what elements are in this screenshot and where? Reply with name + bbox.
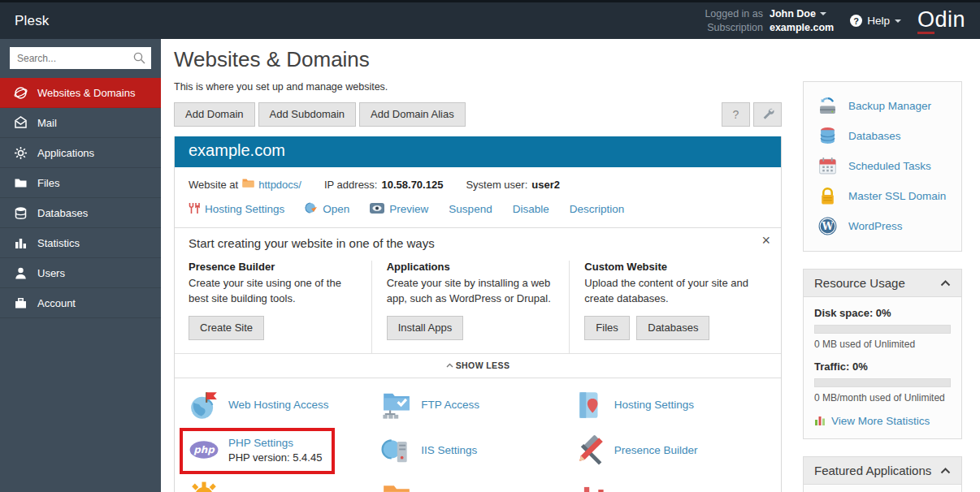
web-hosting-access-icon: [189, 390, 219, 421]
tool-applications[interactable]: Applications: [189, 481, 381, 492]
page-title: Websites & Domains: [174, 47, 782, 72]
tool-php-settings[interactable]: php PHP Settings PHP version: 5.4.45: [180, 428, 335, 474]
sidebar-item-label: Applications: [37, 147, 94, 159]
tools-icon: [189, 202, 200, 217]
suspend-link[interactable]: Suspend: [449, 203, 492, 215]
settings-button[interactable]: [753, 102, 782, 127]
sidebar-item-users[interactable]: Users: [0, 258, 161, 288]
promo-col-text: Create your site by installing a web app…: [387, 276, 557, 307]
close-icon[interactable]: ×: [761, 232, 770, 249]
iis-settings-icon: [381, 435, 412, 466]
sidebar-item-websites-domains[interactable]: Websites & Domains: [0, 78, 161, 108]
description-link[interactable]: Description: [570, 203, 625, 215]
search-icon[interactable]: [132, 51, 146, 68]
sidebar-item-files[interactable]: Files: [0, 168, 161, 198]
promo-col-text: Upload the content of your site and crea…: [584, 276, 754, 307]
subscription-value[interactable]: example.com: [770, 21, 834, 34]
domain-card: example.com Website at httpdocs/ IP addr…: [174, 136, 782, 492]
sidebar-item-applications[interactable]: Applications: [0, 138, 161, 168]
odin-logo[interactable]: Odin: [917, 7, 965, 33]
sidebar: Websites & Domains Mail Applications Fil…: [0, 39, 161, 492]
system-user-value: user2: [531, 179, 560, 191]
add-domain-button[interactable]: Add Domain: [174, 102, 255, 127]
sidebar-item-databases[interactable]: Databases: [0, 198, 161, 228]
featured-applications-header[interactable]: Featured Applications: [804, 457, 961, 485]
sidebar-item-label: Users: [37, 267, 65, 279]
system-user-label: System user:: [466, 179, 527, 191]
tool-web-hosting-access[interactable]: Web Hosting Access: [189, 390, 381, 421]
php-version-text: PHP version: 5.4.45: [228, 451, 322, 464]
user-menu[interactable]: John Doe: [770, 7, 834, 20]
databases-link[interactable]: Databases: [804, 121, 961, 151]
help-button[interactable]: ?: [722, 102, 750, 127]
wrench-icon: [761, 107, 774, 123]
shortcuts-panel: Backup Manager Databases Scheduled Tasks…: [803, 81, 962, 252]
sidebar-item-mail[interactable]: Mail: [0, 108, 161, 138]
hosting-settings-icon: [575, 390, 605, 421]
master-ssl-domain-link[interactable]: Master SSL Domain: [804, 181, 961, 211]
chevron-up-icon: [940, 280, 951, 287]
view-more-statistics-link[interactable]: View More Statistics: [814, 414, 951, 428]
resource-usage-header[interactable]: Resource Usage: [804, 270, 961, 297]
subscription-label: Subscription: [705, 21, 763, 34]
user-name: John Doe: [770, 7, 816, 20]
backup-manager-link[interactable]: Backup Manager: [804, 91, 961, 121]
help-menu[interactable]: ? Help: [850, 15, 901, 27]
lock-icon: [817, 186, 838, 206]
applications-gear-icon: [189, 481, 219, 492]
domain-tools-grid: Web Hosting Access FTP Access Hosting Se…: [175, 378, 781, 492]
files-button[interactable]: Files: [584, 316, 629, 340]
ftp-access-icon: [381, 390, 412, 421]
promo-col-title: Applications: [387, 261, 557, 273]
tool-web-statistics[interactable]: Web Statistics: [575, 481, 767, 492]
wordpress-link[interactable]: W WordPress: [804, 211, 961, 241]
search-input[interactable]: [10, 47, 151, 69]
domain-name-header: example.com: [175, 136, 781, 167]
disable-link[interactable]: Disable: [513, 203, 549, 215]
website-at-label: Website at: [189, 179, 238, 191]
file-manager-icon: [381, 481, 412, 492]
user-icon: [14, 266, 28, 280]
mini-bar-chart-icon: [814, 414, 826, 428]
logged-in-as-label: Logged in as: [705, 7, 763, 20]
install-apps-button[interactable]: Install Apps: [387, 316, 464, 340]
disk-space-progressbar: [814, 325, 951, 334]
tool-ftp-access[interactable]: FTP Access: [381, 390, 574, 421]
main-area: Websites & Domains This is where you set…: [161, 39, 980, 492]
presence-builder-icon: [575, 435, 605, 466]
chevron-up-icon: [940, 468, 951, 474]
create-site-button[interactable]: Create Site: [189, 316, 264, 340]
backup-manager-icon: [817, 96, 838, 116]
add-domain-alias-button[interactable]: Add Domain Alias: [359, 102, 466, 127]
sidebar-item-label: Statistics: [37, 237, 80, 249]
tool-iis-settings[interactable]: IIS Settings: [381, 435, 574, 466]
resource-usage-panel: Resource Usage Disk space: 0% 0 MB used …: [803, 269, 962, 439]
preview-link[interactable]: Preview: [370, 203, 428, 216]
briefcase-icon: [14, 296, 28, 310]
folder-icon: [242, 178, 254, 191]
sidebar-item-account[interactable]: Account: [0, 288, 161, 318]
promo-col-title: Presence Builder: [189, 261, 358, 273]
calendar-icon: [817, 156, 838, 176]
featured-applications-panel: Featured Applications Try out the most p…: [803, 456, 962, 492]
plesk-logo[interactable]: Plesk: [15, 13, 50, 29]
promo-col-text: Create your site using one of the best s…: [189, 276, 358, 307]
show-less-toggle[interactable]: SHOW LESS: [175, 353, 781, 378]
tool-file-manager[interactable]: File Manager: [381, 481, 574, 492]
tool-hosting-settings[interactable]: Hosting Settings: [575, 390, 767, 421]
docroot-link[interactable]: httpdocs/: [258, 179, 301, 191]
sidebar-item-statistics[interactable]: Statistics: [0, 228, 161, 258]
hosting-settings-link[interactable]: Hosting Settings: [189, 202, 284, 217]
php-badge-text: php: [193, 445, 215, 456]
toolbar: Add Domain Add Subdomain Add Domain Alia…: [174, 102, 782, 127]
getting-started-panel: × Start creating your website in one of …: [175, 227, 781, 378]
topbar: Plesk Logged in as John Doe Subscription…: [0, 0, 980, 39]
scheduled-tasks-link[interactable]: Scheduled Tasks: [804, 151, 961, 181]
tool-presence-builder[interactable]: Presence Builder: [575, 435, 767, 466]
wordpress-icon: W: [817, 216, 838, 236]
add-subdomain-button[interactable]: Add Subdomain: [258, 102, 357, 127]
databases-button[interactable]: Databases: [636, 316, 709, 340]
web-statistics-icon: [575, 481, 605, 492]
ip-value: 10.58.70.125: [381, 179, 443, 191]
open-link[interactable]: Open: [305, 201, 349, 217]
